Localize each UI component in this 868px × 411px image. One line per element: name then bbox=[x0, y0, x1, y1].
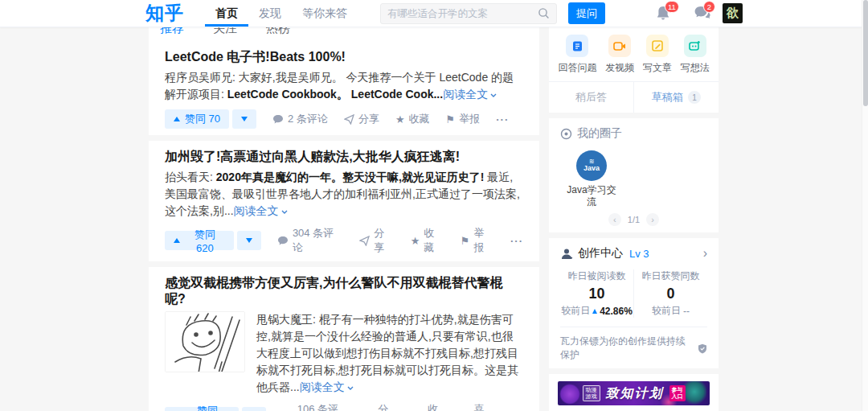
banner-cta-button[interactable]: 参与入口 bbox=[669, 385, 686, 401]
creator-center-title[interactable]: 创作中心 bbox=[578, 246, 623, 261]
star-icon: ★ bbox=[395, 114, 405, 125]
upvote-button[interactable]: 赞同 70 bbox=[165, 109, 229, 129]
creator-center-card: 创作中心 Lv 3 › 昨日被阅读数 10 较前日 42.86% 昨日获赞同数 … bbox=[549, 238, 719, 368]
pager-next-button[interactable]: › bbox=[646, 213, 659, 226]
pencil-icon bbox=[646, 35, 669, 57]
flag-icon: ⚑ bbox=[461, 236, 470, 246]
share-button[interactable]: 分享 bbox=[363, 402, 398, 411]
video-camera-icon bbox=[608, 35, 631, 57]
like-button[interactable]: ♥喜欢 bbox=[464, 402, 494, 411]
banner-title: 致知计划 bbox=[606, 385, 664, 402]
notifications-badge: 11 bbox=[665, 1, 679, 13]
creator-level[interactable]: Lv 3 bbox=[629, 248, 649, 260]
share-button[interactable]: 分享 bbox=[344, 112, 379, 126]
banner-tag: 动漫游戏 bbox=[583, 385, 600, 401]
flag-icon: ⚑ bbox=[446, 114, 456, 125]
share-button[interactable]: 分享 bbox=[359, 226, 394, 255]
zhizhi-plan-banner[interactable]: 动漫游戏 致知计划 参与入口 bbox=[558, 381, 710, 405]
notifications-button[interactable]: 11 bbox=[655, 5, 673, 23]
my-circles-card: 我的圈子 ≋ Java Java学习交流 ‹ 1/1 › bbox=[549, 118, 719, 232]
banner-decoration bbox=[559, 384, 580, 405]
read-more-link[interactable]: 阅读全文 bbox=[300, 380, 354, 393]
nav-item-home[interactable]: 首页 bbox=[205, 0, 248, 27]
page-scrollbar[interactable] bbox=[862, 0, 868, 411]
comments-button[interactable]: 304 条评论 bbox=[277, 226, 343, 255]
search-icon[interactable] bbox=[538, 7, 550, 19]
post-excerpt: 抬头看天: 2020年真是魔幻的一年。整天没干嘛,就光见证历史了! 最近,美国最… bbox=[165, 169, 523, 220]
tab-hot[interactable]: 热榜 bbox=[266, 27, 290, 36]
nav-item-discover[interactable]: 发现 bbox=[248, 0, 292, 27]
post-title[interactable]: 感觉双截棍携带方便又厉害,为什么警队不用双截棍替代警棍呢? bbox=[165, 275, 523, 307]
nav-item-waiting[interactable]: 等你来答 bbox=[292, 0, 358, 27]
feed-card: LeetCode 电子书!Beats 100%! 程序员吴师兄: 大家好,我是吴… bbox=[149, 41, 539, 135]
action-bar: 赞同 70 2 条评论 分享 ★收藏 ⚑举报 ··· bbox=[165, 109, 523, 129]
circle-name: Java学习交流 bbox=[567, 184, 616, 208]
downvote-icon bbox=[241, 117, 248, 121]
creator-stats: 昨日被阅读数 10 较前日 42.86% 昨日获赞同数 0 较前日 -- bbox=[560, 269, 707, 318]
header-icons: 11 2 bbox=[655, 0, 711, 27]
write-article-button[interactable]: 写文章 bbox=[643, 35, 672, 75]
action-bar: 赞同 1229 106 条评论 分享 ★收藏 ♥喜欢 ··· bbox=[165, 402, 523, 411]
circles-pager: ‹ 1/1 › bbox=[560, 213, 707, 226]
more-button[interactable]: ··· bbox=[510, 235, 523, 247]
comments-button[interactable]: 106 条评论 bbox=[282, 402, 348, 411]
star-icon: ★ bbox=[411, 236, 420, 246]
downvote-button[interactable] bbox=[237, 231, 261, 250]
share-icon bbox=[359, 236, 370, 246]
favorite-button[interactable]: ★收藏 bbox=[395, 112, 430, 126]
report-button[interactable]: ⚑举报 bbox=[446, 112, 481, 126]
pager-position: 1/1 bbox=[628, 215, 640, 224]
chevron-right-icon[interactable]: › bbox=[703, 246, 707, 261]
trend-up-icon bbox=[592, 309, 597, 314]
read-more-link[interactable]: 阅读全文 bbox=[234, 204, 289, 217]
tab-follow[interactable]: 关注 bbox=[213, 27, 237, 36]
search-input[interactable] bbox=[387, 8, 538, 19]
downvote-button[interactable] bbox=[232, 109, 256, 129]
upvote-button[interactable]: 赞同 620 bbox=[165, 231, 234, 250]
stat-upvotes: 昨日获赞同数 0 较前日 -- bbox=[634, 269, 707, 318]
top-navbar: 知乎 首页 发现 等你来答 提问 11 2 欲 bbox=[0, 0, 868, 27]
pager-prev-button[interactable]: ‹ bbox=[608, 213, 621, 226]
banner-decoration bbox=[682, 381, 706, 405]
post-video-button[interactable]: 发视频 bbox=[605, 35, 634, 75]
shield-icon bbox=[698, 343, 707, 354]
idea-icon bbox=[684, 35, 706, 57]
wali-protection-note: 瓦力保镖为你的创作提供持续保护 bbox=[560, 327, 707, 362]
more-button[interactable]: ··· bbox=[496, 113, 509, 125]
answer-question-button[interactable]: 回答问题 bbox=[558, 35, 596, 75]
action-bar: 赞同 620 304 条评论 分享 ★收藏 ⚑举报 ··· bbox=[165, 226, 523, 255]
comment-icon bbox=[277, 236, 289, 246]
ask-question-button[interactable]: 提问 bbox=[568, 2, 605, 24]
downvote-button[interactable] bbox=[242, 407, 266, 411]
messages-badge: 2 bbox=[703, 1, 715, 13]
zhihu-logo[interactable]: 知乎 bbox=[145, 1, 184, 26]
scrollbar-thumb[interactable] bbox=[863, 0, 868, 106]
creator-person-icon bbox=[560, 248, 573, 260]
share-icon bbox=[344, 114, 354, 125]
answer-later-button[interactable]: 稍后答 bbox=[549, 82, 634, 113]
creator-actions-card: 回答问题 发视频 写文章 写想法 稍后答 bbox=[549, 27, 719, 113]
circle-item-java[interactable]: ≋ Java Java学习交流 bbox=[567, 150, 616, 208]
answer-doc-icon bbox=[566, 35, 588, 57]
messages-button[interactable]: 2 bbox=[694, 5, 711, 23]
post-title[interactable]: 加州毁了!高票通过向黑人赔款法,大批华人疯狂逃离! bbox=[165, 149, 523, 165]
post-thumbnail[interactable] bbox=[165, 311, 245, 372]
drafts-button[interactable]: 草稿箱 1 bbox=[634, 82, 719, 113]
stat-reads: 昨日被阅读数 10 较前日 42.86% bbox=[560, 269, 634, 318]
report-button[interactable]: ⚑举报 bbox=[461, 226, 494, 255]
sidebar-footer-links: Live 书店 圆桌 bbox=[558, 405, 710, 411]
write-idea-button[interactable]: 写想法 bbox=[681, 35, 710, 75]
search-box[interactable] bbox=[380, 3, 557, 24]
favorite-button[interactable]: ★收藏 bbox=[411, 226, 444, 255]
my-circles-title: 我的圈子 bbox=[577, 126, 622, 141]
read-more-link[interactable]: 阅读全文 bbox=[443, 88, 497, 101]
post-excerpt: 甩锅大魔王: 棍子有一种独特的打斗优势,就是伤害可控,就算是一个没什么经验的普通… bbox=[256, 311, 523, 396]
upvote-button[interactable]: 赞同 1229 bbox=[165, 407, 239, 411]
circle-target-icon bbox=[560, 128, 572, 140]
tab-recommend[interactable]: 推荐 bbox=[160, 27, 184, 36]
user-avatar[interactable]: 欲 bbox=[723, 3, 743, 23]
favorite-button[interactable]: ★收藏 bbox=[414, 402, 448, 411]
post-title[interactable]: LeetCode 电子书!Beats 100%! bbox=[165, 49, 523, 65]
comments-button[interactable]: 2 条评论 bbox=[272, 112, 328, 126]
right-sidebar: 回答问题 发视频 写文章 写想法 稍后答 bbox=[549, 27, 719, 411]
